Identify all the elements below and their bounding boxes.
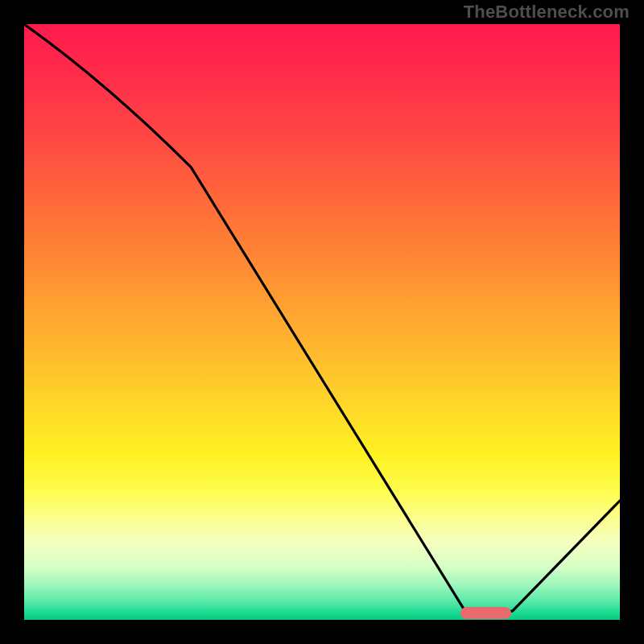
outer-frame: TheBottleneck.com	[0, 0, 644, 644]
watermark-text: TheBottleneck.com	[464, 2, 630, 23]
plot-area	[24, 24, 620, 620]
minimum-marker	[460, 607, 510, 619]
bottleneck-curve	[24, 24, 620, 620]
